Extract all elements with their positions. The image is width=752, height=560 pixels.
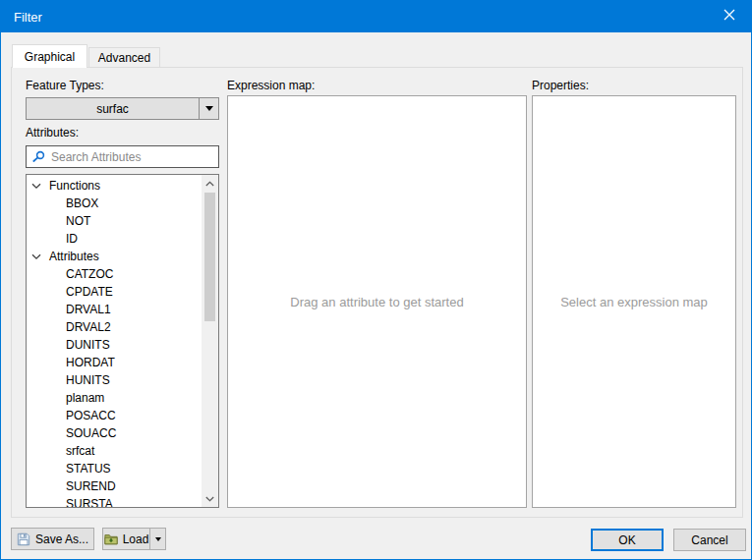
tree-item-srfcat[interactable]: srfcat xyxy=(27,442,202,460)
window-title: Filter xyxy=(1,10,42,25)
properties-panel: Select an expression map xyxy=(532,95,736,508)
load-dropdown-button[interactable] xyxy=(149,529,165,549)
floppy-disk-icon xyxy=(17,532,30,546)
titlebar: Filter xyxy=(1,1,751,32)
tree-row-label: Attributes xyxy=(49,250,99,263)
feature-types-value: surfac xyxy=(27,102,199,116)
tab-graphical[interactable]: Graphical xyxy=(12,44,87,68)
tab-graphical-label: Graphical xyxy=(25,50,75,64)
tree-item-cpdate[interactable]: CPDATE xyxy=(27,283,202,301)
tree-item-souacc[interactable]: SOUACC xyxy=(27,424,202,442)
tree-item-bbox[interactable]: BBOX xyxy=(27,195,202,212)
chevron-down-icon[interactable] xyxy=(31,253,45,260)
close-button[interactable] xyxy=(707,1,751,31)
tree-row-label: SOUACC xyxy=(66,426,116,440)
tree-item-surend[interactable]: SUREND xyxy=(27,477,202,495)
tree-row-label: DRVAL1 xyxy=(66,303,111,316)
folder-download-icon xyxy=(104,532,118,545)
attributes-search-box xyxy=(26,145,219,168)
tree-row-label: BBOX xyxy=(66,196,98,210)
ok-label: OK xyxy=(618,533,635,547)
tree-item-status[interactable]: STATUS xyxy=(27,460,202,477)
attributes-scrollbar[interactable] xyxy=(202,175,218,507)
scrollbar-thumb[interactable] xyxy=(204,193,215,321)
cancel-label: Cancel xyxy=(691,533,727,547)
tree-row-label: STATUS xyxy=(66,462,111,476)
tree-row-label: CATZOC xyxy=(66,267,113,281)
tree-row-label: planam xyxy=(66,391,104,405)
attributes-label: Attributes: xyxy=(26,126,79,140)
tree-row-label: SURSTA xyxy=(66,497,113,507)
scroll-up-button[interactable] xyxy=(202,175,218,192)
tree-row-label: ID xyxy=(66,232,78,246)
tree-item-id[interactable]: ID xyxy=(27,230,202,248)
attributes-listbox[interactable]: FunctionsBBOXNOTIDAttributesCATZOCCPDATE… xyxy=(26,174,219,508)
tree-row-label: NOT xyxy=(66,214,90,228)
properties-label: Properties: xyxy=(532,79,589,92)
tree-item-sursta[interactable]: SURSTA xyxy=(27,495,202,507)
chevron-up-icon xyxy=(205,181,214,187)
tree-item-drval2[interactable]: DRVAL2 xyxy=(27,318,202,336)
tree-group-attributes[interactable]: Attributes xyxy=(27,248,202,265)
load-button[interactable]: Load xyxy=(102,528,166,550)
search-attributes-input[interactable] xyxy=(51,150,212,164)
feature-types-combobox[interactable]: surfac xyxy=(26,97,219,120)
expression-map-placeholder: Drag an attribute to get started xyxy=(290,295,463,309)
tree-item-hordat[interactable]: HORDAT xyxy=(27,354,202,371)
close-icon xyxy=(723,9,735,24)
expression-map-panel[interactable]: Drag an attribute to get started xyxy=(227,95,527,508)
tree-row-label: SUREND xyxy=(66,479,116,493)
feature-types-label: Feature Types: xyxy=(26,79,104,92)
chevron-down-icon xyxy=(205,106,213,111)
tree-item-dunits[interactable]: DUNITS xyxy=(27,336,202,354)
tree-row-label: HORDAT xyxy=(66,356,115,369)
ok-button[interactable]: OK xyxy=(591,529,664,551)
scroll-down-button[interactable] xyxy=(202,490,218,507)
tree-row-label: HUNITS xyxy=(66,373,110,387)
tab-advanced[interactable]: Advanced xyxy=(88,47,160,67)
tree-item-posacc[interactable]: POSACC xyxy=(27,407,202,424)
load-button-main[interactable]: Load xyxy=(103,529,149,549)
tree-row-label: Functions xyxy=(49,179,100,193)
tree-item-planam[interactable]: planam xyxy=(27,389,202,407)
tree-item-catzoc[interactable]: CATZOC xyxy=(27,265,202,283)
tree-item-hunits[interactable]: HUNITS xyxy=(27,371,202,389)
tree-row-label: DRVAL2 xyxy=(66,320,111,334)
search-icon xyxy=(32,150,45,163)
chevron-down-icon[interactable] xyxy=(31,183,45,190)
cancel-button[interactable]: Cancel xyxy=(673,529,746,551)
tree-row-label: CPDATE xyxy=(66,285,113,299)
feature-types-dropdown-button[interactable] xyxy=(199,98,218,119)
save-as-label: Save As... xyxy=(35,532,88,546)
tree-group-functions[interactable]: Functions xyxy=(27,177,202,195)
load-label: Load xyxy=(123,532,149,546)
tree-row-label: POSACC xyxy=(66,409,116,422)
expression-map-label: Expression map: xyxy=(227,79,315,92)
filter-dialog: Filter Graphical Advanced Feature Types:… xyxy=(0,0,752,560)
attributes-tree: FunctionsBBOXNOTIDAttributesCATZOCCPDATE… xyxy=(27,177,202,507)
chevron-down-icon xyxy=(155,537,161,541)
tab-advanced-label: Advanced xyxy=(98,51,150,65)
chevron-down-icon xyxy=(205,496,214,502)
tree-row-label: srfcat xyxy=(66,444,94,458)
tree-row-label: DUNITS xyxy=(66,338,110,352)
properties-placeholder: Select an expression map xyxy=(560,295,708,309)
save-as-button[interactable]: Save As... xyxy=(11,528,94,550)
tree-item-not[interactable]: NOT xyxy=(27,212,202,230)
tree-item-drval1[interactable]: DRVAL1 xyxy=(27,301,202,318)
